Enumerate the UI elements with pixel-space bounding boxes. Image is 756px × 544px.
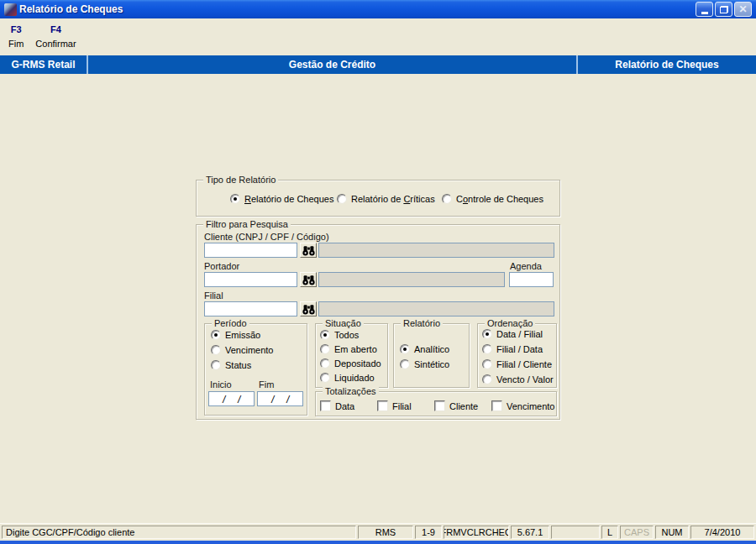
toolbar-fim-button[interactable]: F3 Fim <box>8 24 24 49</box>
cliente-description-field <box>318 243 554 258</box>
close-icon: ✕ <box>738 4 747 14</box>
form-area: Tipo de Relatório Relatório de Cheques R… <box>0 74 756 523</box>
title-bar: Relatório de Cheques ✕ <box>0 0 756 18</box>
close-button[interactable]: ✕ <box>734 2 752 17</box>
window-controls: ✕ <box>696 2 753 17</box>
radio-circle <box>400 344 410 354</box>
radio-relatorio-de-cheques[interactable]: Relatório de Cheques <box>230 194 333 204</box>
status-num-indicator: NUM <box>655 526 689 539</box>
portador-input[interactable] <box>204 272 297 287</box>
agenda-label: Agenda <box>510 261 542 271</box>
radio-circle <box>211 330 221 340</box>
checkbox-box <box>377 400 388 411</box>
cliente-search-button[interactable] <box>300 243 317 258</box>
toolbar-confirmar-key: F4 <box>50 24 61 34</box>
status-program-id: FRMVCLRCHEQ <box>444 526 509 539</box>
radio-circle <box>320 344 330 354</box>
radio-controle-de-cheques[interactable]: Controle de Cheques <box>442 194 543 204</box>
group-ordenacao-title: Ordenação <box>485 318 535 329</box>
checkbox-box <box>320 400 331 411</box>
radio-label: Relatório de Cheques <box>244 194 333 204</box>
checkbox-vencimento[interactable]: Vencimento <box>491 400 554 411</box>
toolbar: F3 Fim F4 Confirmar <box>0 18 756 55</box>
group-filtro-pesquisa-title: Filtro para Pesquisa <box>203 219 291 230</box>
radio-circle <box>400 359 410 369</box>
radio-data-filial[interactable]: Data / Filial <box>482 329 543 339</box>
status-caps-indicator: CAPS <box>620 526 654 539</box>
radio-label: Filial / Cliente <box>496 359 552 369</box>
radio-circle <box>211 345 221 355</box>
radio-status[interactable]: Status <box>211 360 251 370</box>
group-totalizacoes-title: Totalizações <box>323 386 379 397</box>
filial-input[interactable] <box>204 301 297 316</box>
checkbox-data[interactable]: Data <box>320 400 354 411</box>
status-empty-panel <box>551 526 600 539</box>
status-bar: Digite CGC/CPF/Código cliente RMS 1-9 FR… <box>0 523 756 541</box>
binoculars-icon <box>302 304 315 315</box>
radio-label: Vencimento <box>225 345 273 355</box>
radio-todos[interactable]: Todos <box>320 330 359 340</box>
toolbar-fim-label: Fim <box>8 39 24 49</box>
inicio-label: Inicio <box>210 379 232 390</box>
group-situacao-title: Situação <box>323 318 364 329</box>
status-message: Digite CGC/CPF/Código cliente <box>2 526 356 539</box>
checkbox-label: Data <box>335 401 354 411</box>
radio-depositado[interactable]: Depositado <box>320 358 381 369</box>
filial-search-button[interactable] <box>300 301 317 316</box>
toolbar-fim-key: F3 <box>11 24 22 34</box>
radio-circle <box>482 374 492 384</box>
header-band: G-RMS Retail Gestão de Crédito Relatório… <box>0 55 756 74</box>
toolbar-confirmar-label: Confirmar <box>35 39 76 49</box>
toolbar-confirmar-button[interactable]: F4 Confirmar <box>35 24 76 49</box>
radio-circle <box>320 373 330 383</box>
fim-date-input[interactable] <box>257 391 303 406</box>
header-screen-name: Relatório de Cheques <box>578 55 756 74</box>
fim-label: Fim <box>259 379 274 390</box>
radio-circle <box>482 344 492 354</box>
checkbox-cliente[interactable]: Cliente <box>434 400 478 411</box>
radio-circle <box>230 194 240 204</box>
restore-button[interactable] <box>715 2 732 17</box>
checkbox-box <box>491 400 502 411</box>
radio-circle <box>442 194 452 204</box>
status-date: 7/4/2010 <box>690 526 754 539</box>
portador-search-button[interactable] <box>300 272 317 287</box>
radio-em-aberto[interactable]: Em aberto <box>320 344 377 354</box>
checkbox-box <box>434 400 445 411</box>
radio-relatorio-de-criticas[interactable]: Relatório de Críticas <box>337 194 435 204</box>
radio-circle <box>211 360 221 370</box>
checkbox-label: Filial <box>392 401 412 411</box>
minimize-button[interactable] <box>696 2 713 17</box>
radio-label: Emissão <box>225 330 260 340</box>
radio-label: Em aberto <box>334 344 377 354</box>
radio-label: Liquidado <box>334 373 375 383</box>
binoculars-icon <box>302 275 315 285</box>
group-tipo-relatorio-title: Tipo de Relatório <box>203 175 278 186</box>
radio-label: Depositado <box>334 358 381 369</box>
radio-filial-data[interactable]: Filial / Data <box>482 344 543 354</box>
portador-description-field <box>318 272 505 287</box>
checkbox-filial[interactable]: Filial <box>377 400 412 411</box>
radio-circle <box>320 330 330 340</box>
radio-label: Todos <box>334 330 359 340</box>
radio-label: Status <box>225 360 251 370</box>
radio-vencto-valor[interactable]: Vencto / Valor <box>482 374 554 384</box>
agenda-input[interactable] <box>509 272 554 287</box>
window-title: Relatório de Cheques <box>19 3 696 15</box>
restore-icon <box>720 6 728 13</box>
portador-label: Portador <box>204 261 239 271</box>
radio-emissao[interactable]: Emissão <box>211 330 260 340</box>
cliente-input[interactable] <box>204 243 297 258</box>
radio-analitico[interactable]: Analítico <box>400 344 449 354</box>
inicio-date-input[interactable] <box>208 391 255 406</box>
checkbox-label: Vencimento <box>507 401 554 411</box>
radio-label: Relatório de Críticas <box>351 194 435 204</box>
radio-filial-cliente[interactable]: Filial / Cliente <box>482 359 552 369</box>
taskbar-edge <box>0 541 756 544</box>
radio-sintetico[interactable]: Sintético <box>400 359 449 369</box>
radio-label: Controle de Cheques <box>456 194 543 204</box>
radio-liquidado[interactable]: Liquidado <box>320 373 375 383</box>
header-app-name: G-RMS Retail <box>0 55 87 74</box>
status-version: 5.67.1 <box>511 526 549 539</box>
radio-vencimento[interactable]: Vencimento <box>211 345 273 355</box>
